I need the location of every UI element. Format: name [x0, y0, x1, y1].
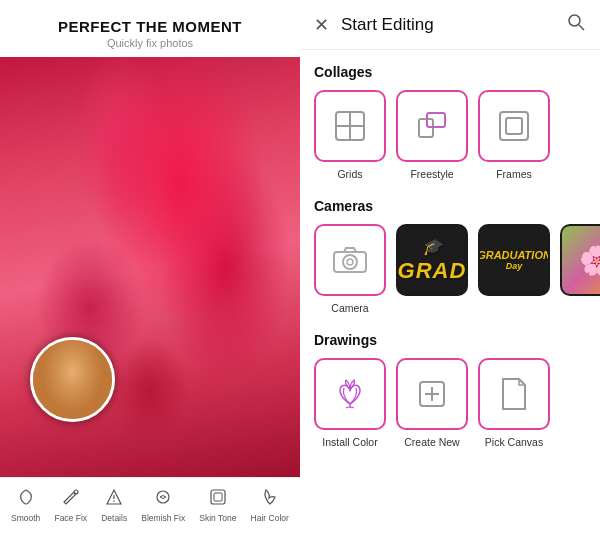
face-fix-label: Face Fix — [54, 513, 87, 523]
skin-tone-label: Skin Tone — [199, 513, 236, 523]
right-panel: ✕ Start Editing Collages — [300, 0, 600, 533]
create-new-item[interactable]: Create New — [396, 358, 468, 448]
section-cameras: Cameras Camera — [314, 198, 586, 314]
section-drawings: Drawings Install Col — [314, 332, 586, 448]
gradday-box: GRADUATION Day — [478, 224, 550, 296]
svg-rect-14 — [500, 112, 528, 140]
toolbar-details[interactable]: Details — [101, 488, 127, 523]
camera-item[interactable]: Camera — [314, 224, 386, 314]
install-color-box — [314, 358, 386, 430]
flower-emoji: 🌸 — [579, 244, 601, 277]
app-title: PERFECT THE MOMENT — [0, 18, 300, 35]
drawings-row: Install Color Create New — [314, 358, 586, 448]
face-inner — [33, 340, 112, 419]
create-new-label: Create New — [404, 436, 459, 448]
app-subtitle: Quickly fix photos — [0, 37, 300, 49]
panel-title: Start Editing — [341, 15, 566, 35]
freestyle-item[interactable]: Freestyle — [396, 90, 468, 180]
svg-point-4 — [157, 491, 169, 503]
grad-card: 🎓 GRAD — [398, 226, 466, 294]
gradday-item[interactable]: GRADUATION Day — [478, 224, 550, 314]
freestyle-box — [396, 90, 468, 162]
right-content: Collages Grids — [300, 50, 600, 480]
toolbar-smooth[interactable]: Smooth — [11, 488, 40, 523]
grad-box: 🎓 GRAD — [396, 224, 468, 296]
svg-point-7 — [569, 15, 580, 26]
plus-icon — [415, 377, 449, 411]
flower-box: 🌸 — [560, 224, 600, 296]
svg-point-18 — [347, 259, 353, 265]
left-panel: PERFECT THE MOMENT Quickly fix photos Sm… — [0, 0, 300, 533]
face-thumbnail — [30, 337, 115, 422]
blemish-fix-icon — [154, 488, 172, 511]
grad-text: GRAD — [398, 258, 467, 284]
cameras-row: Camera 🎓 GRAD GRADUATION — [314, 224, 586, 314]
gradday-text: GRADUATION — [478, 249, 550, 261]
details-icon — [105, 488, 123, 511]
close-button[interactable]: ✕ — [314, 16, 329, 34]
camera-box — [314, 224, 386, 296]
details-label: Details — [101, 513, 127, 523]
svg-rect-6 — [214, 493, 222, 501]
blemish-fix-label: Blemish Fix — [141, 513, 185, 523]
install-color-item[interactable]: Install Color — [314, 358, 386, 448]
create-new-box — [396, 358, 468, 430]
grids-box — [314, 90, 386, 162]
frames-label: Frames — [496, 168, 532, 180]
grad-item[interactable]: 🎓 GRAD — [396, 224, 468, 314]
svg-rect-15 — [506, 118, 522, 134]
smooth-label: Smooth — [11, 513, 40, 523]
flower-item[interactable]: 🌸 — [560, 224, 600, 314]
gradday-sub: Day — [506, 261, 523, 271]
gradday-card: GRADUATION Day — [480, 226, 548, 294]
camera-label: Camera — [331, 302, 368, 314]
freestyle-icon — [413, 107, 451, 145]
svg-line-8 — [579, 25, 584, 30]
section-collages: Collages Grids — [314, 64, 586, 180]
smooth-icon — [17, 488, 35, 511]
pick-canvas-label: Pick Canvas — [485, 436, 543, 448]
toolbar-hair-color[interactable]: Hair Color — [251, 488, 289, 523]
collages-title: Collages — [314, 64, 586, 80]
toolbar-blemish-fix[interactable]: Blemish Fix — [141, 488, 185, 523]
flower-card: 🌸 — [562, 226, 600, 294]
face-fix-icon — [62, 488, 80, 511]
camera-icon — [332, 245, 368, 275]
left-header: PERFECT THE MOMENT Quickly fix photos — [0, 0, 300, 57]
frames-box — [478, 90, 550, 162]
frames-item[interactable]: Frames — [478, 90, 550, 180]
photo-background — [0, 57, 300, 477]
right-header: ✕ Start Editing — [300, 0, 600, 50]
frames-icon — [495, 107, 533, 145]
skin-tone-icon — [209, 488, 227, 511]
collages-row: Grids Freestyle — [314, 90, 586, 180]
toolbar-skin-tone[interactable]: Skin Tone — [199, 488, 236, 523]
lotus-icon — [332, 376, 368, 412]
pick-canvas-box — [478, 358, 550, 430]
grad-hat-icon: 🎓 — [422, 237, 443, 256]
photo-area — [0, 57, 300, 477]
search-button[interactable] — [566, 12, 586, 37]
hair-color-icon — [261, 488, 279, 511]
freestyle-label: Freestyle — [410, 168, 453, 180]
pick-canvas-item[interactable]: Pick Canvas — [478, 358, 550, 448]
svg-point-17 — [343, 255, 357, 269]
grids-icon — [331, 107, 369, 145]
grids-item[interactable]: Grids — [314, 90, 386, 180]
svg-point-3 — [113, 500, 115, 502]
cameras-title: Cameras — [314, 198, 586, 214]
grids-label: Grids — [337, 168, 362, 180]
toolbar-face-fix[interactable]: Face Fix — [54, 488, 87, 523]
svg-rect-5 — [211, 490, 225, 504]
document-icon — [498, 376, 530, 412]
drawings-title: Drawings — [314, 332, 586, 348]
hair-color-label: Hair Color — [251, 513, 289, 523]
install-color-label: Install Color — [322, 436, 377, 448]
bottom-toolbar: Smooth Face Fix Details — [0, 477, 300, 533]
